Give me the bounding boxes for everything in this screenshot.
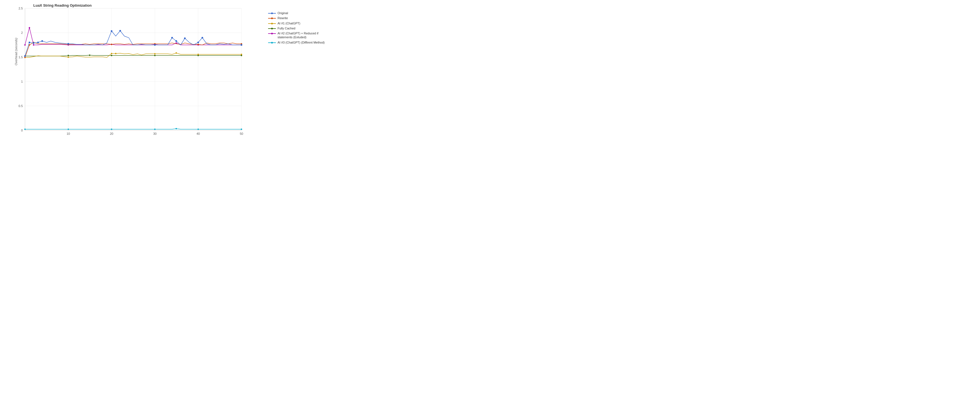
legend-line-ai2 (268, 33, 276, 34)
legend-item-ai2: AI #2 (ChatGPT) + Reduced if statements … (268, 31, 328, 40)
svg-point-40 (115, 53, 116, 54)
svg-text:2.5: 2.5 (19, 7, 23, 10)
svg-point-65 (37, 41, 39, 43)
svg-point-29 (241, 129, 242, 130)
svg-point-26 (154, 129, 156, 130)
svg-point-76 (241, 44, 242, 46)
legend-line-rewrite (268, 18, 276, 19)
svg-text:1.5: 1.5 (19, 56, 23, 59)
line-ai2 (25, 28, 242, 45)
svg-text:50: 50 (240, 132, 243, 135)
svg-text:1: 1 (21, 80, 23, 83)
line-rewrite (25, 43, 242, 57)
svg-point-38 (68, 57, 69, 58)
legend-label-ai2: AI #2 (ChatGPT) + Reduced if statements … (278, 31, 328, 40)
svg-point-41 (154, 53, 156, 55)
svg-point-73 (184, 37, 186, 39)
line-ai1 (25, 53, 242, 57)
svg-point-60 (197, 44, 199, 45)
svg-text:30: 30 (153, 132, 156, 135)
legend-dot-cached (271, 28, 273, 29)
svg-point-68 (111, 30, 112, 32)
legend-dot-ai3 (271, 42, 273, 44)
chart-container: LuaX String Reading Optimization Overhea… (0, 0, 333, 140)
legend-dot-ai1 (271, 23, 273, 24)
legend-label-original: Original (278, 11, 288, 15)
svg-text:2: 2 (21, 31, 23, 34)
svg-point-71 (171, 37, 173, 38)
svg-point-47 (33, 44, 34, 46)
svg-point-75 (202, 37, 203, 38)
legend-dot-ai2 (271, 33, 273, 34)
legend-label-rewrite: Rewrite (278, 16, 288, 20)
svg-point-23 (24, 129, 26, 130)
legend-line-ai1 (268, 23, 276, 24)
legend-line-ai3 (268, 43, 276, 43)
legend-item-ai3: AI #3 (ChatGPT) (Diffirent Method) (268, 40, 328, 44)
legend-item-ai1: AI #1 (ChatGPT) (268, 21, 328, 25)
svg-point-54 (24, 57, 26, 58)
svg-point-58 (111, 44, 112, 45)
legend-label-ai3: AI #3 (ChatGPT) (Diffirent Method) (278, 40, 325, 44)
legend-line-cached (268, 28, 276, 29)
svg-point-24 (68, 129, 69, 130)
svg-point-45 (24, 44, 26, 46)
svg-text:20: 20 (110, 132, 113, 135)
svg-point-46 (29, 27, 30, 29)
svg-text:40: 40 (197, 132, 200, 135)
svg-text:0: 0 (21, 129, 23, 132)
legend-label-cached: Fully Cached (278, 26, 295, 30)
svg-point-25 (111, 129, 112, 130)
legend-item-cached: Fully Cached (268, 26, 328, 30)
line-ai3 (25, 129, 242, 129)
legend-item-original: Original (268, 11, 328, 15)
svg-point-62 (24, 55, 26, 57)
svg-point-64 (33, 42, 34, 44)
svg-point-31 (68, 55, 69, 56)
svg-point-33 (111, 55, 112, 56)
svg-point-63 (29, 41, 30, 43)
legend-dot-original (271, 13, 273, 14)
legend-label-ai1: AI #1 (ChatGPT) (278, 21, 300, 25)
legend: Original Rewrite AI #1 (ChatGPT) Fully C… (268, 11, 328, 46)
legend-line-original (268, 13, 276, 14)
svg-point-43 (197, 54, 199, 55)
svg-point-39 (111, 53, 112, 54)
svg-point-44 (241, 54, 242, 55)
svg-text:0.5: 0.5 (19, 104, 23, 108)
svg-point-70 (154, 44, 156, 46)
svg-point-42 (176, 52, 177, 54)
legend-dot-rewrite (271, 17, 273, 19)
svg-point-67 (67, 43, 69, 44)
svg-point-69 (119, 30, 121, 32)
dots-ai3 (24, 128, 242, 130)
svg-point-32 (89, 55, 91, 56)
svg-text:10: 10 (67, 132, 70, 135)
svg-point-51 (176, 43, 177, 44)
svg-point-34 (154, 55, 156, 56)
svg-point-72 (175, 40, 177, 42)
dots-ai1 (24, 52, 242, 58)
svg-point-66 (41, 40, 43, 42)
svg-point-74 (197, 41, 199, 43)
legend-item-rewrite: Rewrite (268, 16, 328, 20)
svg-point-28 (197, 129, 199, 130)
svg-point-27 (176, 128, 177, 130)
